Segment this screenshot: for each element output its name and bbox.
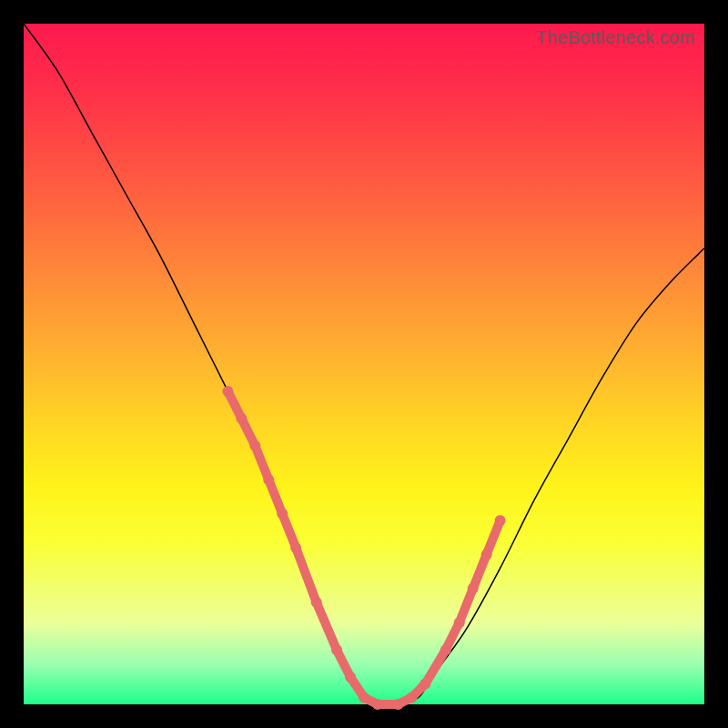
marker-dot xyxy=(481,549,492,560)
marker-segment xyxy=(282,514,296,548)
marker-segment xyxy=(268,480,282,513)
marker-dot xyxy=(311,597,322,608)
marker-segment xyxy=(317,602,337,650)
marker-dot xyxy=(406,693,417,703)
marker-dot xyxy=(440,644,451,655)
marker-dot xyxy=(495,515,506,526)
marker-dot xyxy=(222,386,233,397)
marker-dot xyxy=(392,699,403,710)
marker-dot xyxy=(263,474,274,485)
marker-dot xyxy=(277,509,288,520)
plot-area: TheBottleneck.com xyxy=(24,24,704,704)
marker-dot xyxy=(372,699,383,710)
marker-dot xyxy=(345,672,356,682)
marker-segment xyxy=(296,548,316,602)
marker-segment xyxy=(460,589,473,622)
marker-dot xyxy=(249,440,260,451)
marker-dot xyxy=(290,542,301,553)
marker-dot xyxy=(468,583,479,594)
marker-dot xyxy=(420,679,430,690)
marker-segment xyxy=(425,650,445,683)
marker-dot xyxy=(236,413,247,424)
marker-segment xyxy=(255,446,268,480)
marker-dot xyxy=(331,644,342,655)
chart-frame: TheBottleneck.com xyxy=(0,0,728,728)
marker-segment xyxy=(487,521,500,554)
marker-segment xyxy=(473,554,487,588)
marker-dot xyxy=(359,693,369,703)
chart-svg xyxy=(24,24,704,704)
curve-markers xyxy=(222,386,505,710)
bottleneck-curve xyxy=(24,24,704,705)
marker-dot xyxy=(454,617,465,628)
